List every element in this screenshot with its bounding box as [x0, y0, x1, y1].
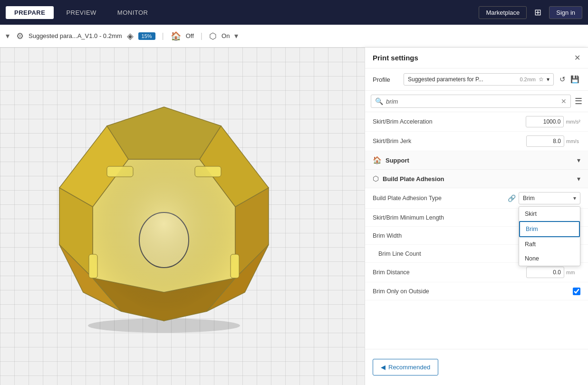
search-row: 🔍 ✕ ☰: [365, 91, 588, 112]
main-area: Print settings ✕ Profile Suggested param…: [0, 48, 588, 385]
star-icon: ☆: [539, 76, 544, 83]
skirt-brim-jerk-unit: mm/s: [566, 138, 580, 144]
svg-marker-2: [107, 107, 221, 159]
skirt-brim-jerk-label: Skirt/Brim Jerk: [373, 138, 526, 144]
signin-button[interactable]: Sign in: [549, 6, 582, 19]
adhesion-option-raft[interactable]: Raft: [519, 237, 580, 251]
skirt-brim-acceleration-label: Skirt/Brim Acceleration: [373, 118, 526, 125]
brim-distance-value: mm: [526, 267, 580, 278]
panel-title: Print settings: [373, 54, 418, 62]
adhesion-option-none[interactable]: None: [519, 251, 580, 266]
profile-actions: ↺ 💾: [559, 74, 580, 85]
build-plate-section-header[interactable]: ⬡ Build Plate Adhesion ▾: [365, 170, 588, 188]
profile-text: Suggested para...A_V1.0 - 0.2mm: [29, 32, 122, 39]
brim-distance-label: Brim Distance: [373, 269, 526, 276]
marketplace-button[interactable]: Marketplace: [479, 6, 527, 19]
apps-grid-icon[interactable]: ⊞: [530, 5, 545, 19]
adhesion-type-dropdown[interactable]: Brim ▾: [519, 192, 580, 204]
adhesion-option-skirt[interactable]: Skirt: [519, 207, 580, 221]
skirt-brim-acceleration-row: Skirt/Brim Acceleration mm/s²: [365, 112, 588, 132]
top-navigation: PREPARE PREVIEW MONITOR Marketplace ⊞ Si…: [0, 0, 588, 25]
skirt-brim-jerk-value: mm/s: [526, 135, 580, 147]
search-input[interactable]: [386, 98, 558, 105]
adhesion-dropdown-chevron: ▾: [573, 195, 576, 202]
support-section-icon: 🏠: [373, 156, 382, 164]
support-section-chevron: ▾: [577, 156, 580, 164]
profile-version: 0.2mm: [520, 77, 536, 82]
panel-footer: ◀ Recommended: [365, 349, 588, 385]
adhesion-icon: ⬡: [209, 31, 217, 41]
search-clear-button[interactable]: ✕: [561, 97, 567, 105]
infill-badge: 15%: [138, 32, 155, 40]
recommended-chevron-icon: ◀: [381, 364, 386, 371]
adhesion-dropdown-menu: Skirt Brim Raft None: [519, 206, 580, 266]
skirt-brim-jerk-row: Skirt/Brim Jerk mm/s: [365, 132, 588, 151]
support-icon: 🏠: [171, 31, 181, 41]
brim-only-outside-row: Brim Only on Outside: [365, 282, 588, 300]
adhesion-type-selected: Brim: [523, 195, 571, 202]
adhesion-label: On: [222, 32, 230, 39]
brim-only-outside-checkbox[interactable]: [573, 288, 580, 295]
recommended-button[interactable]: ◀ Recommended: [373, 359, 438, 375]
build-plate-section-icon: ⬡: [373, 174, 379, 183]
canvas-area[interactable]: [0, 48, 365, 385]
brim-only-outside-value: [573, 288, 580, 295]
infill-icon: ◈: [127, 31, 134, 41]
skirt-brim-acceleration-input[interactable]: [526, 116, 564, 127]
profile-label: Profile: [373, 76, 399, 83]
profile-chevron-icon: ▾: [547, 76, 549, 83]
toolbar-expand-chevron[interactable]: ▾: [234, 31, 238, 40]
build-plate-section-chevron: ▾: [577, 175, 580, 183]
brim-distance-input[interactable]: [526, 267, 564, 278]
support-label: Off: [186, 32, 194, 39]
build-plate-section-label: Build Plate Adhesion: [383, 175, 573, 183]
profile-select-text: Suggested parameters for P...: [408, 76, 517, 83]
separator-2: |: [201, 32, 202, 40]
skirt-brim-jerk-input[interactable]: [526, 135, 564, 147]
model-3d: [45, 93, 283, 340]
profile-row: Profile Suggested parameters for P... 0.…: [365, 68, 588, 91]
prepare-nav-button[interactable]: PREPARE: [6, 6, 54, 19]
recommended-label: Recommended: [388, 364, 430, 371]
support-section-header[interactable]: 🏠 Support ▾: [365, 151, 588, 170]
adhesion-option-brim[interactable]: Brim: [519, 221, 580, 237]
panel-header: Print settings ✕: [365, 48, 588, 68]
settings-content[interactable]: Skirt/Brim Acceleration mm/s² Skirt/Brim…: [365, 112, 588, 349]
build-plate-adhesion-type-label: Build Plate Adhesion Type: [373, 195, 508, 202]
brim-only-outside-label: Brim Only on Outside: [373, 288, 573, 295]
panel-close-button[interactable]: ✕: [574, 53, 580, 62]
search-menu-icon[interactable]: ☰: [575, 96, 582, 106]
search-icon: 🔍: [375, 97, 383, 105]
toolbar: ▾ ⚙ Suggested para...A_V1.0 - 0.2mm ◈ 15…: [0, 25, 588, 48]
skirt-brim-acceleration-value: mm/s²: [526, 116, 580, 127]
separator-1: |: [162, 32, 164, 40]
build-plate-adhesion-type-row: Build Plate Adhesion Type 🔗 Brim ▾ Skirt…: [365, 188, 588, 209]
profile-reset-button[interactable]: ↺: [559, 74, 567, 85]
link-icon[interactable]: 🔗: [508, 194, 516, 202]
print-settings-panel: Print settings ✕ Profile Suggested param…: [365, 48, 588, 385]
support-section-label: Support: [386, 157, 573, 164]
monitor-nav-button[interactable]: MONITOR: [109, 6, 157, 19]
profile-save-button[interactable]: 💾: [569, 74, 580, 85]
skirt-brim-acceleration-unit: mm/s²: [566, 119, 580, 125]
profile-select[interactable]: Suggested parameters for P... 0.2mm ☆ ▾: [404, 73, 554, 86]
search-box: 🔍 ✕: [371, 95, 571, 108]
collapse-chevron-icon[interactable]: ▾: [6, 31, 10, 40]
preview-nav-button[interactable]: PREVIEW: [58, 6, 105, 19]
brim-distance-unit: mm: [566, 270, 580, 275]
settings-sliders-icon: ⚙: [16, 31, 24, 41]
